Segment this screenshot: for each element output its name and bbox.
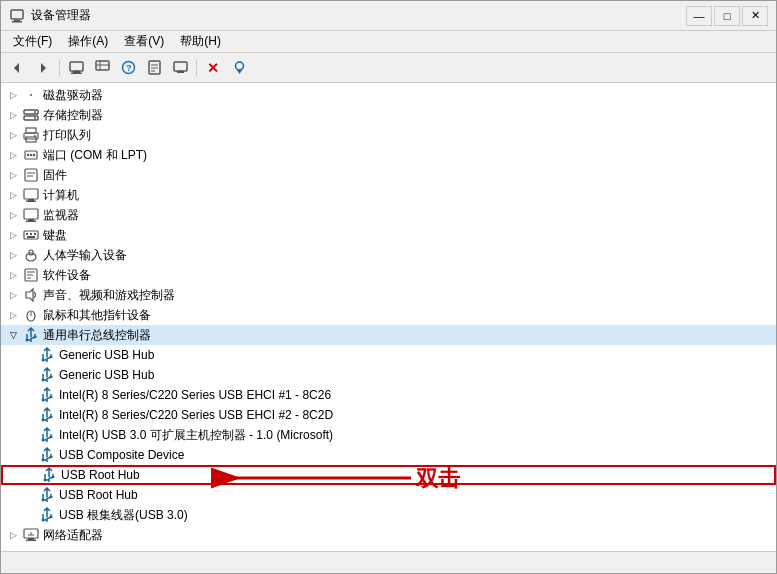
usbroot2-icon [39,487,55,503]
expand-usbroot2 [21,487,37,503]
title-bar-left: 设备管理器 [9,7,91,24]
tree-item-computer[interactable]: ▷ 计算机 [1,185,776,205]
intel3-label: Intel(R) USB 3.0 可扩展主机控制器 - 1.0 (Microso… [59,427,333,444]
tree-item-port[interactable]: ▷ 端口 (COM 和 LPT) [1,145,776,165]
svg-rect-77 [50,496,53,498]
expand-hid[interactable]: ▷ [5,247,21,263]
close-button[interactable]: ✕ [742,6,768,26]
expand-usb-root[interactable]: ▽ [5,327,21,343]
svg-rect-73 [50,456,53,458]
intel2-label: Intel(R) 8 Series/C220 Series USB EHCI #… [59,408,333,422]
hid-icon [23,247,39,263]
svg-point-35 [33,154,35,156]
tree-item-usbroot1[interactable]: USB Root Hub [1,465,776,485]
window-controls: — □ ✕ [686,6,768,26]
expand-network[interactable]: ▷ [5,527,21,543]
tree-item-storage[interactable]: ▷ 存储控制器 [1,105,776,125]
svg-point-70 [42,439,45,442]
tree-item-software[interactable]: ▷ 软件设备 [1,265,776,285]
tree-item-usbroot2[interactable]: USB Root Hub [1,485,776,505]
forward-button[interactable] [31,56,55,80]
expand-audio[interactable]: ▷ [5,287,21,303]
menu-help[interactable]: 帮助(H) [172,31,229,52]
menu-view[interactable]: 查看(V) [116,31,172,52]
expand-print[interactable]: ▷ [5,127,21,143]
svg-point-31 [34,135,36,137]
tree-panel[interactable]: ▷ 磁盘驱动器 ▷ [1,83,776,551]
expand-disk[interactable]: ▷ [5,87,21,103]
storage-label: 存储控制器 [43,107,103,124]
monitor-label: 监视器 [43,207,79,224]
network-label: 网络适配器 [43,527,103,544]
tree-item-mouse[interactable]: ▷ 鼠标和其他指针设备 [1,305,776,325]
monitor-button[interactable] [168,56,192,80]
scan-button[interactable] [90,56,114,80]
svg-rect-7 [71,73,82,75]
tree-item-disk[interactable]: ▷ 磁盘驱动器 [1,85,776,105]
content-wrapper: ▷ 磁盘驱动器 ▷ [1,83,776,551]
svg-point-33 [27,154,29,156]
tree-item-intel1[interactable]: Intel(R) 8 Series/C220 Series USB EHCI #… [1,385,776,405]
svg-text:?: ? [126,63,132,73]
svg-rect-61 [34,336,37,338]
help-button[interactable]: ? [116,56,140,80]
tree-item-intel2[interactable]: Intel(R) 8 Series/C220 Series USB EHCI #… [1,405,776,425]
tree-item-usb-root[interactable]: ▽ 通用串行总线控制器 [1,325,776,345]
composite-label: USB Composite Device [59,448,184,462]
tree-item-usb3hub[interactable]: USB 根集线器(USB 3.0) [1,505,776,525]
svg-point-78 [42,519,45,522]
tree-item-firmware[interactable]: ▷ 固件 [1,165,776,185]
uninstall-button[interactable]: ✕ [201,56,225,80]
menu-action[interactable]: 操作(A) [60,31,116,52]
maximize-button[interactable]: □ [714,6,740,26]
disk-label: 磁盘驱动器 [43,87,103,104]
expand-intel2 [21,407,37,423]
tree-item-intel3[interactable]: Intel(R) USB 3.0 可扩展主机控制器 - 1.0 (Microso… [1,425,776,445]
status-bar [1,551,776,573]
tree-item-print[interactable]: ▷ 打印队列 [1,125,776,145]
svg-rect-69 [50,416,53,418]
back-button[interactable] [5,56,29,80]
expand-intel1 [21,387,37,403]
svg-point-27 [34,117,36,119]
expand-computer[interactable]: ▷ [5,187,21,203]
expand-port[interactable]: ▷ [5,147,21,163]
show-computer-button[interactable] [64,56,88,80]
expand-firmware[interactable]: ▷ [5,167,21,183]
svg-point-23 [30,94,32,96]
svg-rect-36 [25,169,37,181]
svg-point-68 [42,419,45,422]
tree-item-generic2[interactable]: Generic USB Hub [1,365,776,385]
usbroot1-label: USB Root Hub [61,468,140,482]
update-button[interactable] [227,56,251,80]
tree-item-keyboard[interactable]: ▷ 键盘 [1,225,776,245]
svg-point-60 [26,339,29,342]
expand-software[interactable]: ▷ [5,267,21,283]
mouse-icon [23,307,39,323]
keyboard-label: 键盘 [43,227,67,244]
svg-rect-49 [27,236,35,238]
tree-item-generic1[interactable]: Generic USB Hub [1,345,776,365]
minimize-button[interactable]: — [686,6,712,26]
computer-label: 计算机 [43,187,79,204]
tree-item-audio[interactable]: ▷ 声音、视频和游戏控制器 [1,285,776,305]
monitor-icon [23,207,39,223]
properties-button[interactable] [142,56,166,80]
keyboard-icon [23,227,39,243]
expand-storage[interactable]: ▷ [5,107,21,123]
expand-keyboard[interactable]: ▷ [5,227,21,243]
tree-item-composite[interactable]: USB Composite Device [1,445,776,465]
intel1-icon [39,387,55,403]
menu-file[interactable]: 文件(F) [5,31,60,52]
svg-rect-18 [177,71,184,73]
firmware-icon [23,167,39,183]
tree-item-monitor[interactable]: ▷ 监视器 [1,205,776,225]
tree-item-network[interactable]: ▷ 网络适配器 [1,525,776,545]
audio-label: 声音、视频和游戏控制器 [43,287,175,304]
port-icon [23,147,39,163]
expand-monitor[interactable]: ▷ [5,207,21,223]
svg-rect-42 [24,209,38,219]
expand-mouse[interactable]: ▷ [5,307,21,323]
tree-item-hid[interactable]: ▷ 人体学输入设备 [1,245,776,265]
separator-2 [196,59,197,77]
